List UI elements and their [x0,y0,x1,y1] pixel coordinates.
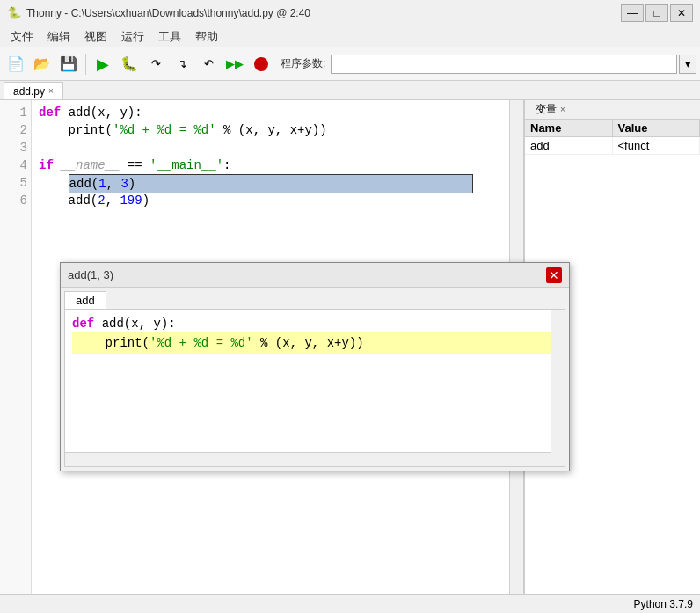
dialog-code-line-1: def add(x, y): [72,315,558,332]
editor-tab-bar: add.py × [0,81,700,100]
menu-tools[interactable]: 工具 [151,27,188,47]
code-line-6: add(2, 199) [39,192,502,209]
var-value-add: <funct [613,137,701,154]
variables-tab[interactable]: 变量 × [529,100,572,119]
app-icon: 🐍 [7,6,21,20]
menu-help[interactable]: 帮助 [188,27,225,47]
menu-view[interactable]: 视图 [77,27,114,47]
dialog-tab-add[interactable]: add [64,291,106,309]
dialog-title: add(1, 3) [68,268,546,281]
step-into-button[interactable]: ↴ [170,52,194,77]
toolbar: 📄 📂 💾 ▶ 🐛 ↷ ↴ ↶ ▶▶ 程序参数: ▾ [0,47,700,81]
toolbar-separator-1 [85,54,86,75]
variables-tab-label: 变量 [536,102,557,117]
code-line-3 [39,139,502,157]
menu-bar: 文件 编辑 视图 运行 工具 帮助 [0,26,700,47]
var-name-add: add [525,137,613,154]
dialog-title-bar: add(1, 3) ✕ [61,263,569,288]
tab-label: add.py [13,85,45,98]
dialog-code-line-2: print('%d + %d = %d' % (x, y, x+y)) [72,332,558,354]
dialog-tab-bar: add [61,288,569,309]
code-line-4: if __name__ == '__main__': [39,157,502,174]
menu-edit[interactable]: 编辑 [40,27,77,47]
code-line-5: add(1, 3) [39,174,502,192]
run-button[interactable]: ▶ [91,52,115,77]
open-button[interactable]: 📂 [30,52,55,77]
resume-button[interactable]: ▶▶ [222,52,247,77]
new-button[interactable]: 📄 [4,52,28,77]
title-bar: 🐍 Thonny - C:\Users\cxhuan\Downloads\tho… [0,0,700,26]
var-header-name: Name [525,120,613,136]
debug-dialog: add(1, 3) ✕ add def add(x, y): print('%d… [60,262,570,471]
status-bar: Python 3.7.9 [0,594,700,613]
code-line-1: def add(x, y): [39,104,502,121]
dialog-content: def add(x, y): print('%d + %d = %d' % (x… [64,309,565,467]
step-back-button[interactable]: ↶ [196,52,221,77]
tab-close-icon[interactable]: × [48,86,54,96]
stop-button[interactable] [249,52,273,77]
close-button[interactable]: ✕ [670,4,693,22]
code-line-2: print('%d + %d = %d' % (x, y, x+y)) [39,121,502,139]
program-args-input[interactable] [331,55,677,74]
dialog-code: def add(x, y): print('%d + %d = %d' % (x… [65,310,565,359]
dialog-close-button[interactable]: ✕ [546,267,562,283]
variables-tab-bar: 变量 × [525,100,700,120]
python-version: Python 3.7.9 [634,598,693,610]
var-table-header: Name Value [525,120,700,137]
window-controls: — □ ✕ [621,4,693,22]
window-title: Thonny - C:\Users\cxhuan\Downloads\thonn… [26,7,621,19]
minimize-button[interactable]: — [621,4,644,22]
dialog-tab-label: add [76,294,95,307]
program-args-label: 程序参数: [281,56,325,71]
dialog-bottom-scrollbar[interactable] [65,452,551,466]
variables-tab-close[interactable]: × [560,105,565,114]
line-numbers: 1 2 3 4 5 6 [0,100,32,613]
save-button[interactable]: 💾 [56,52,81,77]
program-args-dropdown[interactable]: ▾ [679,55,696,74]
editor-tab-add-py[interactable]: add.py × [4,82,63,99]
step-over-button[interactable]: ↷ [143,52,168,77]
menu-file[interactable]: 文件 [4,27,40,47]
dialog-right-scrollbar[interactable] [551,310,565,466]
var-row-add: add <funct [525,137,700,155]
maximize-button[interactable]: □ [645,4,668,22]
var-header-value: Value [613,120,701,136]
menu-run[interactable]: 运行 [114,27,151,47]
debug-button[interactable]: 🐛 [117,52,142,77]
